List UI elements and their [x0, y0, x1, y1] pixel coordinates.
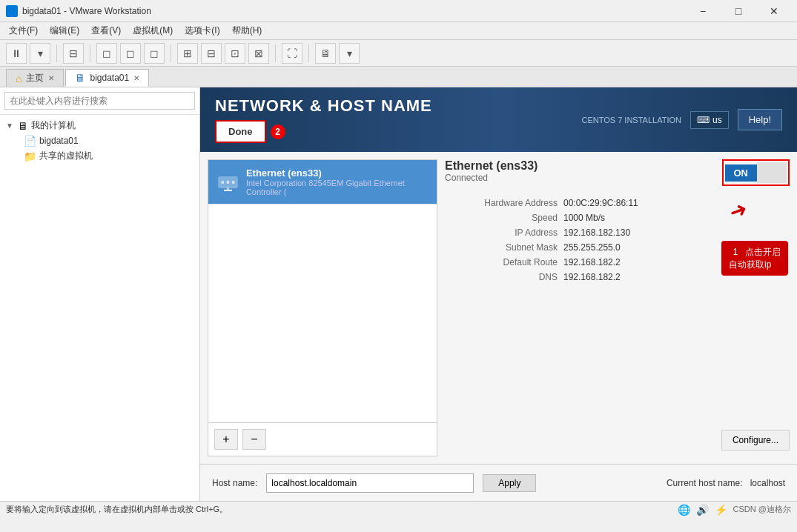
toolbar-send-btn[interactable]: ⊟ [63, 43, 84, 64]
tab-bigdata01-label: bigdata01 [90, 73, 129, 83]
restore-button[interactable]: □ [721, 0, 755, 22]
remove-interface-btn[interactable]: − [242, 429, 266, 450]
header-right: CENTOS 7 INSTALLATION ⌨ us Help! [581, 109, 782, 130]
toolbar-snap2-btn[interactable]: ◻ [120, 43, 141, 64]
window-controls: − □ ✕ [686, 0, 791, 22]
content-area: NETWORK & HOST NAME Done 2 CENTOS 7 INST… [200, 87, 797, 501]
sidebar-item-shared-vm[interactable]: 📁 共享的虚拟机 [0, 148, 199, 164]
interface-list: Ethernet (ens33) Intel Corporation 82545… [208, 160, 437, 422]
detail-interface-status: Connected [445, 173, 538, 183]
hardware-address-row: Hardware Address 00:0C:29:9C:86:11 [445, 198, 790, 208]
badge-number: 1 [729, 245, 742, 259]
centos-header: NETWORK & HOST NAME Done 2 CENTOS 7 INST… [200, 87, 797, 152]
menu-help[interactable]: 帮助(H) [226, 23, 268, 39]
annotation-bubble: 1点击开启自动获取ip [721, 241, 788, 276]
computer-icon: 🖥 [18, 120, 28, 132]
title-bar: bigdata01 - VMware Workstation − □ ✕ [0, 0, 797, 22]
apply-button[interactable]: Apply [483, 474, 536, 492]
configure-row: Configure... [445, 424, 790, 456]
toggle-off-area[interactable] [757, 162, 787, 183]
speed-row: Speed 1000 Mb/s [445, 213, 790, 223]
interface-list-panel: Ethernet (ens33) Intel Corporation 82545… [208, 159, 437, 456]
expand-icon: ▼ [6, 122, 15, 130]
status-bar: 要将输入定向到该虚拟机，请在虚拟机内部单击或按 Ctrl+G。 🌐 🔊 ⚡ CS… [0, 501, 797, 517]
svg-rect-3 [232, 181, 235, 184]
menu-edit[interactable]: 编辑(E) [44, 23, 85, 39]
svg-rect-2 [227, 181, 230, 184]
toolbar-sep-5 [308, 44, 309, 62]
current-host-info: Current host name: localhost [667, 478, 785, 488]
configure-button[interactable]: Configure... [721, 430, 790, 450]
add-interface-btn[interactable]: + [214, 429, 238, 450]
svg-rect-1 [221, 181, 224, 184]
status-right: 🌐 🔊 ⚡ CSDN @迪格尔 [678, 504, 791, 516]
shared-vm-label: 共享的虚拟机 [39, 150, 93, 162]
power-status-icon: ⚡ [715, 504, 727, 516]
network-body: Ethernet (ens33) Intel Corporation 82545… [200, 152, 797, 464]
brand-text: CSDN @迪格尔 [733, 504, 791, 515]
vm-content: NETWORK & HOST NAME Done 2 CENTOS 7 INST… [200, 87, 797, 501]
toolbar-view1-btn[interactable]: ⊞ [177, 43, 198, 64]
sidebar-search-area [0, 87, 199, 115]
network-status-icon: 🌐 [678, 504, 690, 516]
my-computer-label: 我的计算机 [31, 119, 76, 132]
help-button[interactable]: Help! [738, 109, 782, 130]
toolbar-view2-btn[interactable]: ⊟ [201, 43, 222, 64]
page-title: NETWORK & HOST NAME [215, 96, 432, 116]
toolbar-snap1-btn[interactable]: ◻ [96, 43, 117, 64]
hardware-address-value: 00:0C:29:9C:86:11 [563, 198, 638, 208]
tab-bar: ⌂ 主页 ✕ 🖥 bigdata01 ✕ [0, 67, 797, 87]
toolbar-display-btn[interactable]: 🖥 [315, 43, 336, 64]
sidebar-item-bigdata01[interactable]: 📄 bigdata01 [0, 133, 199, 148]
detail-interface-name: Ethernet (ens33) [445, 159, 538, 173]
hostname-label: Host name: [212, 478, 257, 488]
header-left: NETWORK & HOST NAME Done 2 [215, 96, 432, 143]
default-route-value: 192.168.182.2 [563, 257, 621, 267]
toolbar-display-dropdown[interactable]: ▾ [339, 43, 360, 64]
interface-detail-top: Ethernet (ens33) Connected ON [445, 159, 790, 186]
menu-options[interactable]: 选项卡(I) [179, 23, 225, 39]
tab-home-label: 主页 [26, 72, 44, 84]
tab-bigdata01[interactable]: 🖥 bigdata01 ✕ [65, 69, 149, 87]
sidebar-item-my-computer[interactable]: ▼ 🖥 我的计算机 [0, 118, 199, 133]
status-message: 要将输入定向到该虚拟机，请在虚拟机内部单击或按 Ctrl+G。 [6, 504, 228, 515]
toolbar-view3-btn[interactable]: ⊡ [225, 43, 245, 64]
toggle-container: ON [722, 159, 790, 186]
toolbar-dropdown-btn[interactable]: ▾ [30, 43, 50, 64]
home-icon: ⌂ [16, 73, 22, 84]
toolbar-snap3-btn[interactable]: ◻ [144, 43, 165, 64]
toolbar-fullscreen-btn[interactable]: ⛶ [282, 43, 302, 64]
keyboard-selector[interactable]: ⌨ us [690, 111, 729, 129]
tab-home-close[interactable]: ✕ [48, 74, 54, 82]
search-input[interactable] [4, 92, 195, 110]
done-wrapper: Done 2 [215, 120, 432, 143]
done-button[interactable]: Done [215, 120, 266, 143]
toolbar-sep-1 [56, 44, 57, 62]
toolbar-view4-btn[interactable]: ⊠ [248, 43, 269, 64]
vm-sidebar-icon: 📄 [24, 135, 36, 147]
shared-vm-icon: 📁 [24, 150, 36, 162]
ip-address-row: IP Address 192.168.182.130 [445, 227, 790, 238]
menu-file[interactable]: 文件(F) [3, 23, 44, 39]
menu-vm[interactable]: 虚拟机(M) [127, 23, 179, 39]
interface-item-ens33[interactable]: Ethernet (ens33) Intel Corporation 82545… [208, 160, 437, 205]
speed-label: Speed [445, 213, 563, 223]
tab-bigdata01-close[interactable]: ✕ [133, 74, 139, 82]
bigdata01-label: bigdata01 [39, 136, 79, 146]
toolbar-pause-btn[interactable]: ⏸ [6, 43, 27, 64]
toolbar: ⏸ ▾ ⊟ ◻ ◻ ◻ ⊞ ⊟ ⊡ ⊠ ⛶ 🖥 ▾ [0, 40, 797, 67]
subnet-mask-value: 255.255.255.0 [563, 242, 621, 253]
network-card-icon [217, 170, 239, 194]
app-title: bigdata01 - VMware Workstation [22, 6, 686, 16]
menu-view[interactable]: 查看(V) [85, 23, 127, 39]
interface-detail-panel: Ethernet (ens33) Connected ON [445, 159, 790, 456]
hostname-input[interactable] [266, 473, 474, 493]
toggle-on-button[interactable]: ON [725, 164, 758, 182]
sidebar: ▼ 🖥 我的计算机 📄 bigdata01 📁 共享的虚拟机 [0, 87, 200, 501]
minimize-button[interactable]: − [686, 0, 720, 22]
interface-list-footer: + − [208, 422, 437, 456]
tab-home[interactable]: ⌂ 主页 ✕ [6, 69, 64, 87]
close-button[interactable]: ✕ [757, 0, 791, 22]
hostname-row: Host name: Apply Current host name: loca… [200, 464, 797, 501]
centos-brand-label: CENTOS 7 INSTALLATION [581, 116, 681, 124]
